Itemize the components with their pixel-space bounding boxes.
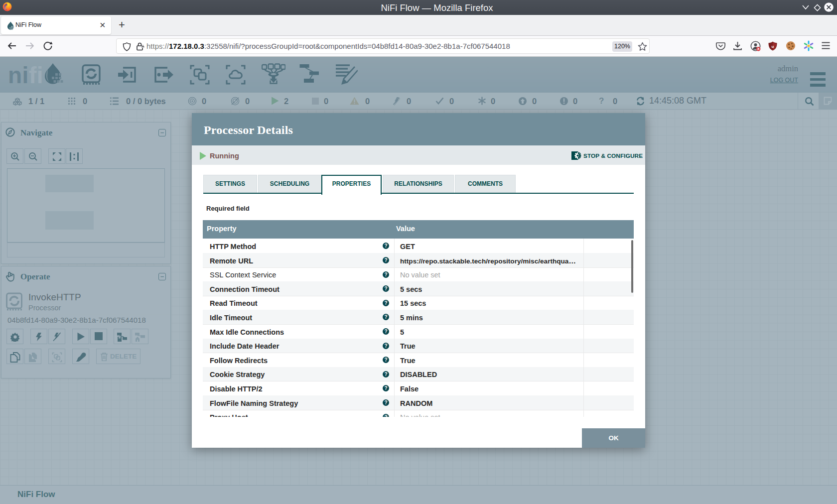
svg-text:u: u (772, 44, 774, 49)
